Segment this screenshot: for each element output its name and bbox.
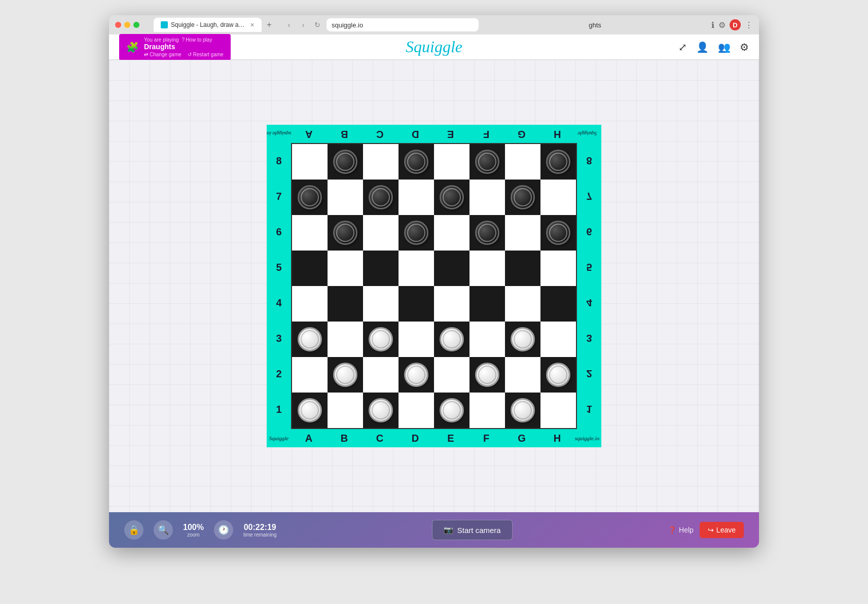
search-button[interactable]: 🔍 (154, 520, 173, 540)
cell-c7[interactable] (363, 180, 399, 215)
cell-h6[interactable] (540, 215, 576, 251)
cell-d5[interactable] (399, 251, 434, 286)
cell-e4[interactable] (434, 286, 469, 322)
reload-button[interactable]: ↻ (312, 20, 322, 30)
cell-b4[interactable] (328, 286, 363, 322)
cell-b2[interactable] (328, 357, 363, 393)
cell-d2[interactable] (399, 357, 434, 393)
cell-c6[interactable] (363, 215, 399, 251)
cell-c3[interactable] (363, 322, 399, 357)
add-player-icon[interactable]: 👤 (696, 41, 709, 53)
cell-f6[interactable] (469, 215, 505, 251)
cell-b6[interactable] (328, 215, 363, 251)
cell-f8[interactable] (469, 144, 505, 180)
active-tab[interactable]: Squiggle - Laugh, draw and pl... ✕ (154, 18, 262, 32)
change-game-link[interactable]: ⇄ Change game (144, 52, 182, 57)
cell-d1[interactable] (399, 393, 434, 428)
cell-a6[interactable] (292, 215, 328, 251)
cell-a8[interactable] (292, 144, 328, 180)
cell-d8[interactable] (399, 144, 434, 180)
cell-c2[interactable] (363, 357, 399, 393)
tab-close-icon[interactable]: ✕ (250, 22, 255, 28)
cell-a7[interactable] (292, 180, 328, 215)
cell-f3[interactable] (469, 322, 505, 357)
cell-e8[interactable] (434, 144, 469, 180)
cell-h4[interactable] (540, 286, 576, 322)
close-button[interactable] (115, 22, 121, 28)
back-button[interactable]: ‹ (284, 20, 294, 30)
url-text: squiggle.io (332, 21, 363, 29)
cell-g7[interactable] (505, 180, 540, 215)
cell-f2[interactable] (469, 357, 505, 393)
cell-f5[interactable] (469, 251, 505, 286)
cell-c8[interactable] (363, 144, 399, 180)
cell-d6[interactable] (399, 215, 434, 251)
change-icon: ⇄ (144, 52, 148, 57)
omnibox[interactable]: ghts (494, 21, 697, 29)
cell-a2[interactable] (292, 357, 328, 393)
cell-e6[interactable] (434, 215, 469, 251)
browser-window: Squiggle - Laugh, draw and pl... ✕ + ‹ ›… (109, 15, 759, 548)
profile-icon[interactable]: D (730, 19, 741, 30)
cell-b8[interactable] (328, 144, 363, 180)
new-tab-button[interactable]: + (264, 19, 275, 30)
cell-a5[interactable] (292, 251, 328, 286)
cell-d4[interactable] (399, 286, 434, 322)
minimize-button[interactable] (124, 22, 130, 28)
cell-e3[interactable] (434, 322, 469, 357)
how-to-play-link[interactable]: ? How to play (182, 37, 212, 43)
cell-c4[interactable] (363, 286, 399, 322)
cell-e1[interactable] (434, 393, 469, 428)
cell-h1[interactable] (540, 393, 576, 428)
cell-g8[interactable] (505, 144, 540, 180)
cell-h7[interactable] (540, 180, 576, 215)
cell-g1[interactable] (505, 393, 540, 428)
players-icon[interactable]: 👥 (718, 41, 731, 53)
cell-b5[interactable] (328, 251, 363, 286)
row-label-6-right: 6 (577, 214, 601, 250)
cell-h8[interactable] (540, 144, 576, 180)
cell-c5[interactable] (363, 251, 399, 286)
start-camera-label: Start camera (457, 526, 501, 535)
cell-b1[interactable] (328, 393, 363, 428)
zoom-label: zoom (187, 532, 199, 538)
cell-d3[interactable] (399, 322, 434, 357)
cell-h5[interactable] (540, 251, 576, 286)
cell-h2[interactable] (540, 357, 576, 393)
cell-b7[interactable] (328, 180, 363, 215)
cell-e5[interactable] (434, 251, 469, 286)
lock-button[interactable]: 🔒 (124, 520, 143, 540)
forward-button[interactable]: › (298, 20, 308, 30)
cell-b3[interactable] (328, 322, 363, 357)
cell-e2[interactable] (434, 357, 469, 393)
cell-h3[interactable] (540, 322, 576, 357)
cell-d7[interactable] (399, 180, 434, 215)
cell-g6[interactable] (505, 215, 540, 251)
address-bar[interactable]: squiggle.io (327, 18, 479, 31)
help-button[interactable]: ❓ Help (668, 526, 694, 534)
cell-f1[interactable] (469, 393, 505, 428)
cell-a3[interactable] (292, 322, 328, 357)
col-label-c-top: C (362, 128, 397, 140)
info-icon[interactable]: ℹ (711, 20, 714, 30)
settings-icon[interactable]: ⚙ (740, 41, 749, 53)
start-camera-button[interactable]: 📷 Start camera (432, 520, 513, 540)
leave-button[interactable]: ↪ Leave (700, 522, 744, 538)
extensions-icon[interactable]: ⚙ (718, 20, 726, 30)
cell-g3[interactable] (505, 322, 540, 357)
puzzle-icon: 🧩 (126, 41, 139, 53)
cell-g4[interactable] (505, 286, 540, 322)
restart-game-link[interactable]: ↺ Restart game (188, 52, 224, 57)
cell-g5[interactable] (505, 251, 540, 286)
maximize-button[interactable] (133, 22, 139, 28)
cell-a1[interactable] (292, 393, 328, 428)
menu-icon[interactable]: ⋮ (745, 20, 753, 30)
shrink-icon[interactable]: ⤢ (678, 41, 687, 53)
timer-button[interactable]: 🕐 (214, 520, 233, 540)
cell-g2[interactable] (505, 357, 540, 393)
cell-c1[interactable] (363, 393, 399, 428)
cell-f7[interactable] (469, 180, 505, 215)
cell-a4[interactable] (292, 286, 328, 322)
cell-e7[interactable] (434, 180, 469, 215)
cell-f4[interactable] (469, 286, 505, 322)
